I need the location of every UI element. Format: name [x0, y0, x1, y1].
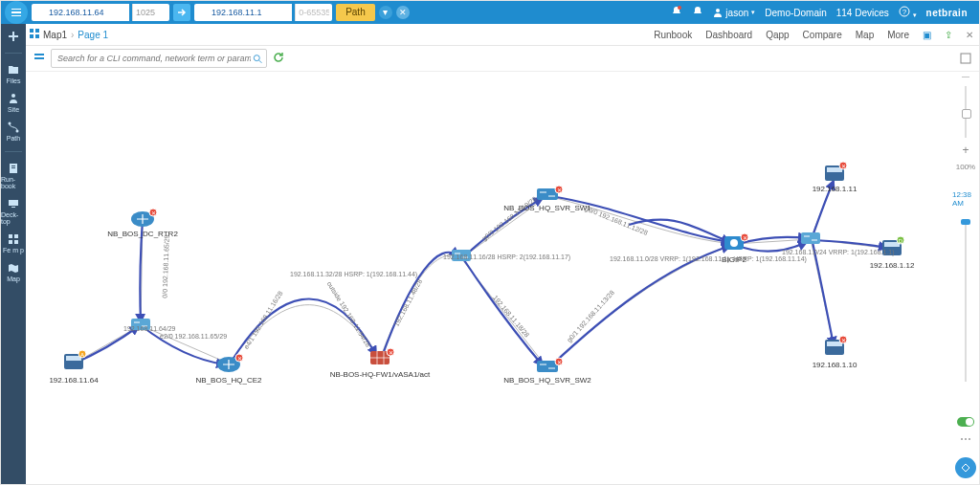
nav-path[interactable]: Path: [1, 121, 26, 142]
svg-point-14: [11, 94, 15, 98]
svg-rect-23: [14, 234, 18, 238]
svg-rect-9: [34, 57, 44, 59]
domain-menu[interactable]: Demo-Domain: [765, 8, 826, 18]
map-grid-icon[interactable]: [30, 29, 39, 40]
close-map-icon[interactable]: ✕: [966, 30, 973, 40]
node-server3[interactable]: ✕: [825, 336, 847, 355]
zoom-in-icon[interactable]: +: [962, 143, 969, 157]
nav-desktop[interactable]: Deck-top: [1, 197, 26, 225]
svg-rect-6: [30, 34, 33, 38]
search-icon[interactable]: [253, 54, 262, 64]
path-button[interactable]: Path: [336, 4, 375, 21]
node-label: NB-BOS-HQ-FW1/vASA1/act: [330, 370, 430, 379]
breadcrumb-page[interactable]: Page 1: [78, 30, 108, 40]
map-menu: Runbook Dashboard Qapp Compare Map More …: [654, 30, 973, 40]
history-dropdown[interactable]: ▾: [379, 6, 392, 19]
svg-rect-25: [14, 240, 18, 244]
dest-ip-input[interactable]: [194, 4, 292, 21]
svg-rect-24: [9, 240, 12, 244]
svg-text:✕: ✕: [237, 356, 242, 362]
nav-files[interactable]: Files: [1, 63, 26, 84]
breadcrumb-root[interactable]: Map1: [43, 30, 67, 40]
svg-rect-22: [9, 234, 12, 238]
more-dots-icon[interactable]: ⋯: [960, 432, 971, 446]
zoom-reset[interactable]: —: [962, 72, 969, 80]
share-icon[interactable]: ⇪: [945, 30, 952, 40]
svg-rect-5: [35, 29, 39, 33]
node-label: 192.168.11.64: [49, 376, 98, 385]
menu-compare[interactable]: Compare: [803, 30, 842, 40]
node-label: NB_BOS_HQ_SVR_SW2: [503, 376, 591, 385]
svg-text:✕: ✕: [841, 164, 846, 169]
search-box[interactable]: [51, 49, 267, 68]
menu-dashboard[interactable]: Dashboard: [705, 30, 752, 40]
zoom-slider[interactable]: [965, 86, 967, 138]
source-port-input[interactable]: [132, 4, 169, 21]
right-rail: — + 100% 12:38 AM ⋯: [952, 45, 979, 484]
svg-rect-8: [34, 54, 44, 55]
fit-screen-icon[interactable]: [960, 53, 971, 66]
nav-site[interactable]: Site: [1, 92, 26, 113]
node-switch3[interactable]: [801, 232, 820, 244]
direction-arrow-button[interactable]: [173, 4, 190, 21]
svg-text:✕: ✕: [557, 360, 562, 365]
top-toolbar: A D Path ▾ ✕ jason ▾ Demo-Doma: [1, 1, 979, 24]
stack-icon[interactable]: [33, 52, 45, 65]
menu-more[interactable]: More: [887, 30, 909, 40]
dest-address-group: D: [194, 4, 332, 21]
recenter-fab[interactable]: [955, 457, 976, 478]
close-path-button[interactable]: ✕: [396, 6, 410, 19]
user-menu[interactable]: jason ▾: [713, 8, 755, 18]
timeline-slider[interactable]: [965, 219, 967, 382]
node-host[interactable]: A: [64, 350, 86, 369]
svg-rect-64: [961, 54, 970, 63]
nav-map[interactable]: Map: [1, 261, 26, 282]
node-label: 192.168.1.11: [813, 185, 858, 193]
svg-point-10: [254, 55, 259, 60]
svg-point-48: [730, 239, 738, 247]
node-router[interactable]: ✕: [131, 209, 157, 227]
nav-featuremap[interactable]: Fe m p: [1, 232, 26, 254]
svg-rect-21: [11, 207, 15, 208]
map-canvas[interactable]: A ✕ ✕ ✕ ✕: [26, 72, 979, 484]
main-menu-button[interactable]: [5, 1, 28, 24]
dest-port-input[interactable]: [295, 4, 332, 21]
notification-bell-icon[interactable]: [692, 6, 703, 19]
svg-rect-51: [801, 232, 820, 244]
svg-point-1: [716, 9, 720, 12]
search-input[interactable]: [56, 53, 253, 64]
timeline-time: 12:38 AM: [952, 190, 979, 208]
device-count-link[interactable]: 114 Devices: [836, 8, 889, 18]
zoom-level: 100%: [956, 163, 975, 171]
notification-bell-alert-icon[interactable]: [671, 6, 682, 19]
source-ip-input[interactable]: [32, 4, 129, 21]
menu-map[interactable]: Map: [856, 30, 874, 40]
svg-text:?: ?: [902, 8, 907, 16]
source-address-group: A: [32, 4, 169, 21]
edge-label: 192.168.11.0/28 VRRP: 1(192.168.11.1), H…: [610, 255, 807, 262]
svg-text:✕: ✕: [151, 210, 156, 216]
svg-rect-20: [9, 200, 18, 206]
edge-label: e2/0 192.168.11.65/29: [160, 333, 227, 340]
menu-qapp[interactable]: Qapp: [766, 30, 789, 40]
svg-text:✕: ✕: [841, 338, 846, 343]
nav-add-button[interactable]: [1, 30, 26, 43]
node-label: NB_BOS_HQ_CE2: [196, 376, 262, 385]
save-icon[interactable]: ▣: [923, 30, 931, 40]
help-icon[interactable]: ? ▾: [899, 6, 917, 19]
svg-line-11: [259, 60, 262, 63]
refresh-icon[interactable]: [273, 52, 284, 65]
menu-runbook[interactable]: Runbook: [654, 30, 692, 40]
node-server1[interactable]: ✕: [825, 162, 847, 181]
svg-text:D: D: [899, 238, 903, 244]
edge-label: 192.168.1.0/24 VRRP: 1(192.168.1.1): [782, 249, 895, 255]
nav-runbook[interactable]: Run-book: [1, 162, 26, 189]
svg-text:✕: ✕: [743, 235, 747, 241]
topbar-right: jason ▾ Demo-Domain 114 Devices ? ▾ netb…: [671, 6, 975, 19]
node-label: 192.168.1.12: [870, 261, 915, 270]
node-label: 192.168.1.10: [813, 361, 858, 369]
node-router2[interactable]: ✕: [217, 354, 243, 372]
edge-label: 192.168.11.32/28 HSRP: 1(192.168.11.44): [290, 271, 417, 277]
svg-rect-19: [11, 167, 15, 168]
live-toggle[interactable]: [957, 417, 974, 427]
